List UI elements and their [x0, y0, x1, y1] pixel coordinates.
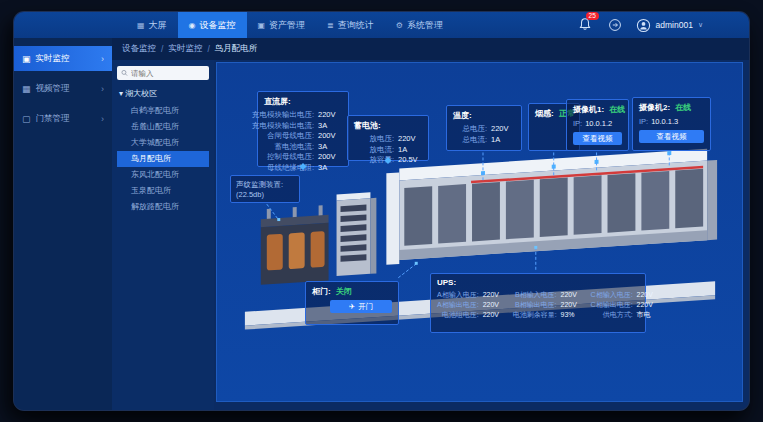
sidebar-item-label: 视频管理 — [36, 83, 70, 95]
ip-value: 10.0.1.3 — [651, 116, 678, 127]
temperature-panel: 温度: 总电压:220V 总电流:1A — [446, 105, 522, 151]
sidebar-item-access-control[interactable]: ▢ 门禁管理 › — [14, 106, 112, 131]
metric-value: 220V — [561, 290, 585, 300]
nav-label: 设备监控 — [200, 19, 236, 32]
nav-item-device-monitor[interactable]: ◉ 设备监控 — [178, 12, 247, 38]
fullscreen-icon[interactable] — [608, 18, 622, 32]
camera1-panel: 摄像机1: 在线 IP: 10.0.1.2 查看视频 — [566, 99, 629, 151]
metric-label: 放电流: — [369, 145, 394, 156]
breadcrumb-item[interactable]: 实时监控 — [168, 43, 202, 55]
nav-item-bigscreen[interactable]: ▦ 大屏 — [126, 12, 178, 38]
search-input[interactable] — [131, 69, 205, 78]
nav-label: 系统管理 — [407, 19, 443, 32]
nav-item-query-stats[interactable]: ≣ 查询统计 — [316, 12, 385, 38]
tree-item-station-selected[interactable]: 鸟月配电所 — [117, 151, 209, 167]
panel-title: 摄像机1: — [573, 105, 604, 114]
metric-label: C相输出电压: — [591, 300, 633, 310]
view-video-button[interactable]: 查看视频 — [639, 130, 704, 143]
sidebar-item-realtime-monitor[interactable]: ▣ 实时监控 › — [14, 46, 112, 71]
status-badge: 在线 — [609, 105, 625, 114]
video-camera-icon: ▦ — [22, 84, 31, 94]
chevron-down-icon: ∨ — [698, 21, 703, 29]
metric-value: 220V — [483, 310, 507, 320]
copper-coil — [267, 234, 283, 271]
tree-item-station[interactable]: 白鹤亭配电所 — [117, 103, 209, 119]
metric-value: 220V — [318, 110, 342, 121]
metric-value: 220V — [637, 300, 661, 310]
breadcrumb-separator: / — [161, 44, 163, 54]
metric-label: C相输入电压: — [591, 290, 633, 300]
sidebar-item-label: 实时监控 — [36, 53, 70, 65]
metric-label: A相输入电压: — [437, 290, 479, 300]
metric-value: 220V — [398, 134, 422, 145]
metric-label: 供电方式: — [603, 310, 633, 320]
metric-label: 电池剩余容量: — [513, 310, 557, 320]
tree-item-station[interactable]: 岳麓山配电所 — [117, 119, 209, 135]
view-video-button[interactable]: 查看视频 — [573, 132, 622, 145]
nav-item-assets[interactable]: ▣ 资产管理 — [247, 12, 317, 38]
panel-title: 柜门: — [312, 287, 331, 296]
metric-label: 总电流: — [462, 135, 487, 146]
content-area: 设备监控 / 实时监控 / 鸟月配电所 ▾ 湖大校区 — [112, 38, 749, 410]
transformer — [261, 205, 329, 285]
sidebar-item-label: 门禁管理 — [36, 113, 70, 125]
breadcrumb-separator: / — [207, 44, 209, 54]
panel-title: UPS: — [437, 278, 639, 287]
metric-value: 3A — [318, 121, 342, 132]
nav-item-system[interactable]: ⚙ 系统管理 — [385, 12, 454, 38]
tree-item-station[interactable]: 大学城配电所 — [117, 135, 209, 151]
metric-label: B相输出电压: — [515, 300, 557, 310]
asset-box-icon: ▣ — [258, 21, 266, 30]
metric-label: B相输入电压: — [515, 290, 557, 300]
metric-value: 1A — [398, 145, 422, 156]
open-door-button[interactable]: ✈ 开门 — [330, 300, 392, 313]
search-icon — [121, 69, 128, 77]
metric-label: 蓄电池电流: — [274, 142, 314, 153]
navbar-right-cluster: 25 admin001 ∨ — [578, 12, 703, 38]
metric-label: 充电模块输出电压: — [252, 110, 314, 121]
ups-panel: UPS: A相输入电压:220V B相输入电压:220V C相输入电压:220V… — [430, 273, 646, 333]
tree-item-station[interactable]: 东风北配电所 — [117, 167, 209, 183]
acoustic-monitor-panel: 声纹监测装置: (22.5db) — [230, 175, 300, 203]
dc-screen-panel: 直流屏: 充电模块输出电压:220V 充电模块输出电流:3A 合闸母线电压:20… — [257, 91, 349, 167]
chevron-right-icon: › — [101, 84, 104, 94]
tree-root-node[interactable]: ▾ 湖大校区 — [119, 88, 209, 99]
metric-value: 20.5V — [398, 155, 422, 166]
tree-search-box — [117, 66, 209, 80]
nav-label: 资产管理 — [269, 19, 305, 32]
alarm-bell-button[interactable]: 25 — [578, 17, 594, 33]
ip-label: IP: — [639, 116, 648, 127]
avatar-icon — [636, 18, 651, 33]
bigscreen-icon: ▦ — [137, 21, 145, 30]
metric-value: 市电 — [637, 310, 661, 320]
rack-cabinet — [337, 192, 377, 276]
ip-label: IP: — [573, 118, 582, 129]
metric-label: 总电压: — [462, 124, 487, 135]
cabinet-door-panel: 柜门: 关闭 ✈ 开门 — [305, 281, 399, 325]
copper-coil — [311, 231, 325, 268]
breadcrumb-item[interactable]: 设备监控 — [122, 43, 156, 55]
chevron-right-icon: › — [101, 114, 104, 124]
realtime-monitor-icon: ▣ — [22, 54, 31, 64]
station-tree-panel: ▾ 湖大校区 白鹤亭配电所 岳麓山配电所 大学城配电所 鸟月配电所 东风北配电所… — [112, 60, 214, 410]
breadcrumb: 设备监控 / 实时监控 / 鸟月配电所 — [112, 38, 749, 60]
metric-value: 3A — [318, 142, 342, 153]
tree-item-station[interactable]: 解放路配电所 — [117, 199, 209, 215]
tree-item-station[interactable]: 玉泉配电所 — [117, 183, 209, 199]
ip-value: 10.0.1.2 — [585, 118, 612, 129]
door-status-badge: 关闭 — [336, 287, 352, 296]
nav-label: 大屏 — [149, 19, 167, 32]
metric-value: 3A — [318, 163, 342, 174]
metric-value: 220V — [491, 124, 515, 135]
metric-value: 93% — [561, 310, 585, 320]
left-sidebar: ▣ 实时监控 › ▦ 视频管理 › ▢ 门禁管理 › — [14, 38, 112, 410]
gear-icon: ⚙ — [396, 21, 403, 30]
metric-value: 200V — [318, 152, 342, 163]
metric-label: 合闸母线电压: — [267, 131, 314, 142]
metric-value: 220V — [637, 290, 661, 300]
metric-label: A相输出电压: — [437, 300, 479, 310]
top-navbar: ▦ 大屏 ◉ 设备监控 ▣ 资产管理 ≣ 查询统计 ⚙ 系统管理 25 — [14, 12, 749, 38]
sidebar-item-video-management[interactable]: ▦ 视频管理 › — [14, 76, 112, 101]
station-3d-viewport: 直流屏: 充电模块输出电压:220V 充电模块输出电流:3A 合闸母线电压:20… — [216, 62, 743, 402]
user-menu[interactable]: admin001 ∨ — [636, 18, 703, 33]
